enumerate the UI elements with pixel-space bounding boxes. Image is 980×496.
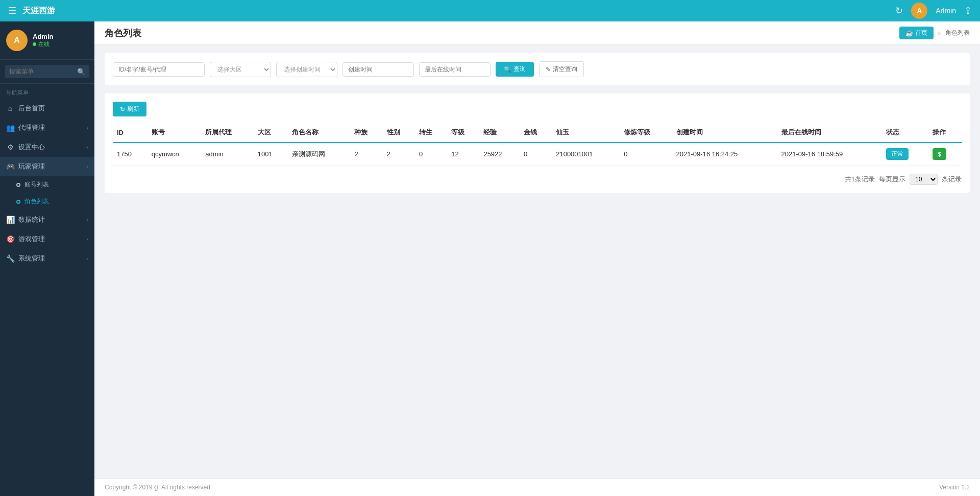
sidebar-user: A Admin 在线: [0, 21, 94, 60]
sidebar-item-agent[interactable]: 👥 代理管理 ›: [0, 118, 94, 137]
sidebar-item-system[interactable]: 🔧 系统管理 ›: [0, 249, 94, 268]
cell-jade: 2100001001: [552, 143, 620, 166]
sidebar-sub-item-account-list[interactable]: 账号列表: [0, 176, 94, 193]
sidebar-user-info: Admin 在线: [33, 33, 53, 48]
sidebar: A Admin 在线 🔍 导航菜单 ⌂ 后台首页: [0, 21, 94, 496]
main-layout: A Admin 在线 🔍 导航菜单 ⌂ 后台首页: [0, 21, 980, 496]
cell-rebirth: 0: [415, 143, 447, 166]
sidebar-item-left: 👥 代理管理: [6, 123, 45, 132]
col-train: 修炼等级: [620, 123, 672, 143]
status-dot: [33, 42, 36, 46]
sidebar-item-label: 后台首页: [18, 104, 45, 113]
action-button[interactable]: $: [933, 148, 946, 160]
sidebar-item-game[interactable]: 🎯 游戏管理 ›: [0, 229, 94, 249]
filter-bar: 选择大区 选择创建时间 🔍 查询 ✎ 清空查询: [105, 53, 970, 85]
col-level: 等级: [447, 123, 479, 143]
col-account: 账号: [148, 123, 202, 143]
create-time-select[interactable]: 选择创建时间: [276, 62, 337, 77]
col-action: 操作: [928, 123, 962, 143]
create-time-input[interactable]: [342, 62, 414, 77]
cell-action[interactable]: $: [928, 143, 962, 166]
cell-money: 0: [520, 143, 552, 166]
cell-level: 12: [447, 143, 479, 166]
table-header: ID 账号 所属代理 大区 角色名称 种族 性别 转生 等级 经验 金钱 仙玉: [113, 123, 962, 143]
clear-button[interactable]: ✎ 清空查询: [539, 61, 584, 77]
top-header: ☰ 天涯西游 ↻ A Admin ⇧: [0, 0, 980, 21]
sidebar-username: Admin: [33, 33, 53, 40]
col-race: 种族: [350, 123, 382, 143]
chevron-right-icon: ›: [86, 255, 88, 262]
sidebar-item-data[interactable]: 📊 数据统计 ›: [0, 210, 94, 229]
sub-dot-icon: [16, 200, 20, 204]
clear-icon: ✎: [546, 66, 551, 73]
cell-gender: 2: [383, 143, 415, 166]
cell-status: 正常: [882, 143, 928, 166]
sub-dot-icon: [16, 183, 20, 187]
sidebar-item-label: 数据统计: [18, 215, 45, 224]
search-btn-icon: 🔍: [504, 66, 511, 73]
breadcrumb-separator: »: [938, 30, 941, 37]
sidebar-avatar: A: [6, 30, 28, 51]
table-row: 1750 qcymwcn admin 1001 亲测源码网 2 2 0 12 2…: [113, 143, 962, 166]
region-select[interactable]: 选择大区: [210, 62, 271, 77]
footer: Copyright © 2019 {}. All rights reserved…: [94, 478, 980, 496]
pagination-bar: 共1条记录 每页显示 10 20 50 100 条记录: [113, 174, 962, 185]
col-gender: 性别: [383, 123, 415, 143]
dashboard-icon: ⌂: [6, 104, 14, 112]
sidebar-item-left: ⌂ 后台首页: [6, 104, 45, 113]
refresh-icon: ↻: [120, 106, 125, 113]
pagination-per-page-label: 每页显示: [879, 175, 905, 184]
cell-exp: 25922: [479, 143, 520, 166]
chevron-right-icon: ›: [86, 236, 88, 242]
data-icon: 📊: [6, 216, 14, 224]
last-online-input[interactable]: [419, 62, 491, 77]
sidebar-item-player[interactable]: 🎮 玩家管理 ‹: [0, 157, 94, 176]
header-avatar: A: [911, 3, 927, 19]
col-rebirth: 转生: [415, 123, 447, 143]
content-area: 角色列表 ☕ 首页 » 角色列表 选择大区 选择创建时间: [94, 21, 980, 496]
col-jade: 仙玉: [552, 123, 620, 143]
sidebar-item-label: 游戏管理: [18, 234, 45, 244]
header-left: ☰ 天涯西游: [8, 5, 55, 16]
footer-copyright: Copyright © 2019 {}. All rights reserved…: [105, 484, 212, 491]
refresh-button[interactable]: ↻ 刷新: [113, 102, 146, 116]
breadcrumb-home-button[interactable]: ☕ 首页: [899, 27, 934, 39]
sidebar-item-dashboard[interactable]: ⌂ 后台首页: [0, 99, 94, 118]
cell-agent: admin: [201, 143, 253, 166]
breadcrumb-right: ☕ 首页 » 角色列表: [899, 27, 970, 39]
chevron-right-icon: ›: [86, 217, 88, 223]
cell-create-time: 2021-09-16 16:24:25: [672, 143, 777, 166]
app-title: 天涯西游: [22, 6, 55, 16]
refresh-icon[interactable]: ↻: [895, 5, 903, 16]
game-icon: 🎯: [6, 235, 14, 243]
col-region: 大区: [254, 123, 288, 143]
search-button[interactable]: 🔍 查询: [496, 62, 534, 77]
home-icon: ☕: [905, 30, 913, 37]
sidebar-item-left: 🔧 系统管理: [6, 254, 45, 263]
main-content: 选择大区 选择创建时间 🔍 查询 ✎ 清空查询: [94, 45, 980, 478]
id-search-input[interactable]: [113, 62, 205, 77]
sidebar-item-label: 代理管理: [18, 123, 45, 132]
cell-race: 2: [350, 143, 382, 166]
header-admin-name: Admin: [936, 7, 956, 15]
sidebar-sub-item-character-list[interactable]: 角色列表: [0, 193, 94, 210]
pagination-total: 共1条记录: [845, 175, 875, 184]
breadcrumb-bar: 角色列表 ☕ 首页 » 角色列表: [94, 21, 980, 45]
sidebar-status: 在线: [33, 40, 53, 48]
hamburger-icon[interactable]: ☰: [8, 5, 16, 16]
page-size-select[interactable]: 10 20 50 100: [910, 174, 938, 185]
col-id: ID: [113, 123, 148, 143]
footer-version: Version 1.2: [939, 484, 970, 491]
sidebar-search[interactable]: 🔍: [0, 60, 94, 84]
chevron-right-icon: ›: [86, 125, 88, 131]
table-body: 1750 qcymwcn admin 1001 亲测源码网 2 2 0 12 2…: [113, 143, 962, 166]
data-table: ID 账号 所属代理 大区 角色名称 种族 性别 转生 等级 经验 金钱 仙玉: [113, 123, 962, 166]
pagination-total-suffix: 条记录: [942, 175, 962, 184]
cell-last-online: 2021-09-16 18:59:59: [777, 143, 883, 166]
cell-account: qcymwcn: [148, 143, 202, 166]
sidebar-item-left: ⚙ 设置中心: [6, 143, 45, 152]
cell-train: 0: [620, 143, 672, 166]
cell-region: 1001: [254, 143, 288, 166]
share-icon[interactable]: ⇧: [964, 5, 972, 16]
sidebar-item-settings[interactable]: ⚙ 设置中心 ›: [0, 137, 94, 157]
